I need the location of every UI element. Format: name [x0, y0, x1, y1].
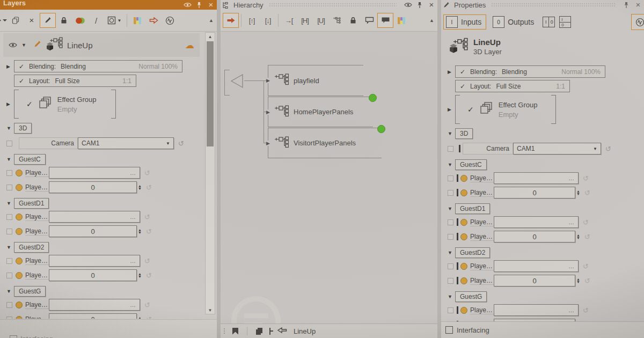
pin-icon[interactable]	[620, 2, 632, 9]
animate-checkbox[interactable]	[6, 229, 12, 234]
reset-icon[interactable]: ↺	[146, 315, 152, 319]
blending-expand-icon[interactable]: ▶	[6, 64, 14, 69]
binding-dot-icon[interactable]	[460, 277, 467, 284]
browse-button[interactable]: …	[568, 175, 575, 181]
group-expand-icon[interactable]: ▼	[6, 201, 14, 206]
spinner-icon[interactable]: ▲▼	[138, 185, 142, 190]
eye-icon[interactable]	[181, 2, 193, 8]
blending-expand-icon[interactable]: ▶	[448, 69, 455, 75]
line-tool-icon[interactable]: /	[88, 13, 104, 28]
number-field[interactable]: 0	[494, 231, 575, 243]
text-field[interactable]: …	[49, 211, 140, 223]
group-expand-icon[interactable]: ▼	[448, 206, 455, 211]
group-chip[interactable]: GuestG	[14, 286, 46, 297]
insert-node-icon[interactable]: →[	[281, 13, 297, 28]
hierarchy-titlebar[interactable]: Hierarchy ×	[221, 0, 437, 10]
reset-icon[interactable]: ↺	[178, 139, 184, 148]
section-3d-chip[interactable]: 3D	[455, 128, 473, 139]
pin-icon[interactable]	[414, 2, 426, 9]
text-field[interactable]: …	[49, 167, 140, 179]
go-up-arrow-icon[interactable]	[277, 326, 287, 336]
group-chip[interactable]: GuestD1	[14, 198, 49, 209]
browse-button[interactable]: …	[130, 170, 136, 176]
drag-grip[interactable]	[223, 328, 226, 334]
reset-icon[interactable]: ↺	[146, 271, 152, 280]
move-up-icon[interactable]: [↑]	[244, 13, 260, 28]
reset-icon[interactable]: ↺	[144, 213, 150, 221]
chevron-down-icon[interactable]: ▼	[593, 146, 597, 151]
group-chip[interactable]: GuestC	[455, 159, 487, 170]
pages-icon[interactable]	[256, 328, 263, 335]
spinner-icon[interactable]: ▲▼	[138, 273, 142, 278]
export-arrow-icon[interactable]	[145, 13, 162, 28]
text-field[interactable]: …	[494, 260, 579, 272]
spinner-icon[interactable]: ▲▼	[576, 190, 580, 195]
browse-button[interactable]: …	[568, 263, 575, 269]
binding-dot-icon[interactable]	[16, 258, 23, 264]
tree-node-homeplayerpanels[interactable]: ▶ HomePlayerPanels	[268, 97, 373, 127]
reset-icon[interactable]: ↺	[146, 183, 152, 192]
tab-inputs[interactable]: I Inputs	[443, 14, 486, 30]
toolbar-collapse-icon[interactable]: ▲	[209, 18, 214, 23]
jump-to-node-icon[interactable]	[223, 13, 239, 28]
binding-dot-icon[interactable]	[16, 228, 23, 235]
scroll-down-icon[interactable]: ▼	[206, 306, 215, 314]
hierarchy-canvas[interactable]: ▶ playfield ▶ HomePlayerPanels ▶ Visitor…	[221, 31, 437, 324]
inputs-outputs-split-icon[interactable]: I0	[543, 17, 555, 27]
duplicate-icon[interactable]	[8, 13, 24, 28]
reset-icon[interactable]: ↺	[144, 301, 150, 309]
section-3d-chip[interactable]: 3D	[14, 123, 32, 134]
reset-icon[interactable]: ↺	[144, 169, 150, 177]
effect-group-row[interactable]: ▶ ✓ Effect Group Empty	[448, 94, 644, 124]
chevron-down-icon[interactable]: ▼	[166, 141, 170, 146]
blending-row[interactable]: ✓ Blending: Blending Normal 100%	[14, 60, 182, 72]
spinner-icon[interactable]: ▲▼	[138, 317, 142, 319]
blending-check[interactable]: ✓	[19, 63, 24, 70]
animate-checkbox[interactable]	[448, 307, 453, 313]
number-field[interactable]: 0	[49, 181, 137, 193]
text-field[interactable]: …	[49, 299, 140, 311]
blending-check[interactable]: ✓	[460, 68, 465, 76]
reset-icon[interactable]: ↺	[144, 257, 150, 265]
pin-icon[interactable]	[193, 2, 205, 9]
browse-button[interactable]: …	[130, 214, 136, 220]
text-field[interactable]: …	[494, 304, 579, 316]
group-expand-icon[interactable]: ▼	[448, 250, 455, 255]
binding-dot-icon[interactable]	[16, 170, 23, 177]
mask-shape-icon[interactable]: ▼	[104, 13, 125, 28]
interfacing-checkbox[interactable]	[445, 326, 453, 334]
layers-titlebar[interactable]: Layers ×	[0, 0, 217, 10]
group-expand-icon[interactable]: ▼	[6, 245, 14, 250]
group-expand-icon[interactable]: ▼	[6, 157, 14, 162]
binding-dot-icon[interactable]	[16, 214, 23, 221]
reset-icon[interactable]: ↺	[583, 262, 589, 270]
layer-expand-icon[interactable]: ▼	[21, 42, 29, 48]
reset-icon[interactable]: ↺	[584, 189, 590, 197]
camera-checkbox[interactable]	[6, 141, 12, 146]
reset-icon[interactable]: ↺	[605, 145, 611, 153]
root-marker-icon[interactable]	[269, 328, 270, 335]
camera-select[interactable]: CAM1 ▼	[78, 137, 174, 149]
lock-icon[interactable]	[56, 13, 72, 28]
root-node-icon[interactable]	[230, 74, 244, 91]
render-state-icon[interactable]	[72, 13, 88, 28]
layout-row[interactable]: ✓ Layout: Full Size 1:1	[14, 75, 136, 87]
browse-button[interactable]: …	[568, 219, 575, 225]
close-icon[interactable]: ×	[632, 2, 644, 8]
reset-icon[interactable]: ↺	[584, 277, 590, 285]
text-field[interactable]: …	[494, 172, 579, 184]
camera-checkbox[interactable]	[448, 146, 453, 152]
animate-checkbox[interactable]	[6, 214, 12, 220]
binding-dot-icon[interactable]	[16, 272, 23, 279]
group-chip[interactable]: GuestD1	[455, 203, 490, 214]
layer-edit-pencil-icon[interactable]	[33, 40, 41, 50]
group-expand-icon[interactable]: ▼	[448, 162, 455, 167]
subtree-icon[interactable]	[329, 13, 345, 28]
text-field[interactable]: …	[494, 216, 579, 228]
layout-check[interactable]: ✓	[19, 77, 24, 85]
close-icon[interactable]: ×	[205, 2, 217, 8]
animate-checkbox[interactable]	[448, 190, 453, 196]
text-field[interactable]: …	[49, 255, 140, 267]
effect-group-check[interactable]: ✓	[26, 100, 33, 108]
animate-checkbox[interactable]	[448, 175, 453, 181]
